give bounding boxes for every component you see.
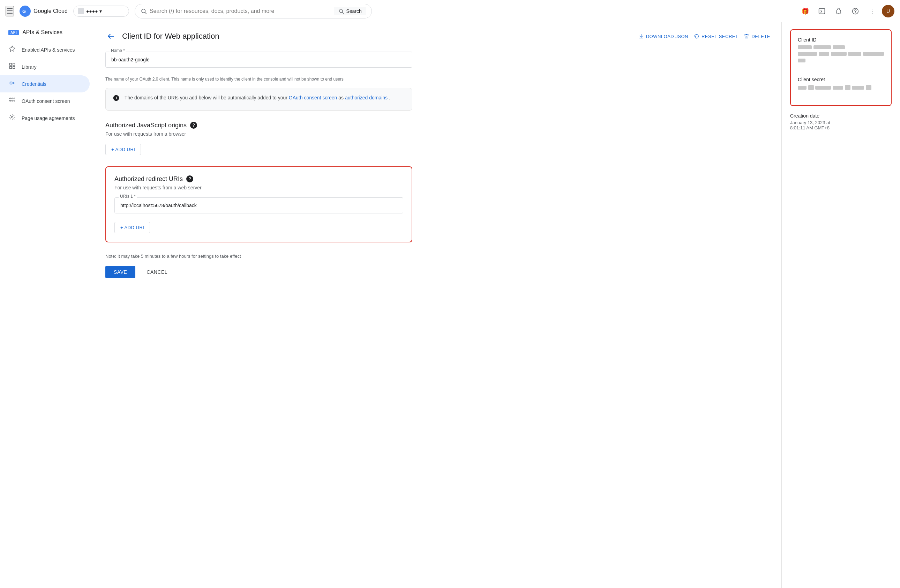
reset-secret-button[interactable]: RESET SECRET (694, 34, 738, 39)
header-actions: DOWNLOAD JSON RESET SECRET DELETE (638, 34, 770, 39)
name-field-wrap: Name * (106, 52, 412, 68)
library-icon (8, 62, 16, 71)
back-arrow-icon (107, 32, 115, 40)
project-name: ●●●● ▾ (86, 8, 102, 14)
name-input[interactable] (106, 52, 412, 68)
svg-rect-12 (13, 67, 15, 69)
note-text: Note: It may take 5 minutes to a few hou… (106, 254, 412, 259)
svg-point-18 (11, 100, 12, 101)
svg-point-17 (10, 100, 11, 101)
form-buttons: SAVE CANCEL (106, 266, 412, 278)
redirect-uris-subtitle: For use with requests from a web server (115, 185, 403, 191)
project-selector[interactable]: ●●●● ▾ (73, 6, 129, 17)
more-icon-button[interactable]: ⋮ (865, 4, 879, 18)
redirect-add-uri-button[interactable]: + ADD URI (115, 222, 150, 233)
search-button-label: Search (346, 8, 362, 14)
js-origins-section: Authorized JavaScript origins ? For use … (106, 122, 412, 155)
authorized-domains-link[interactable]: authorized domains (345, 95, 388, 101)
search-bar-icon (141, 8, 147, 14)
help-icon (852, 8, 859, 15)
sidebar-item-library[interactable]: Library (0, 58, 90, 75)
menu-icon[interactable]: ☰ (6, 6, 14, 16)
help-icon-button[interactable] (848, 4, 862, 18)
js-origins-title: Authorized JavaScript origins ? (106, 122, 412, 129)
js-origins-add-uri-label: + ADD URI (111, 147, 135, 152)
google-cloud-logo-icon: G (20, 6, 31, 17)
sidebar-title: APIs & Services (22, 29, 62, 36)
download-json-button[interactable]: DOWNLOAD JSON (638, 34, 688, 39)
reset-icon (694, 34, 700, 39)
redirect-add-uri-label: + ADD URI (120, 225, 144, 230)
search-icon (338, 8, 344, 14)
js-origins-subtitle: For use with requests from a browser (106, 131, 412, 137)
svg-rect-9 (10, 64, 12, 65)
search-input[interactable] (150, 8, 331, 14)
search-button[interactable]: Search (334, 7, 366, 16)
creation-date-section: Creation date January 13, 2023 at 8:01:1… (790, 113, 892, 130)
creation-date-label: Creation date (790, 113, 892, 119)
client-secret-label: Client secret (798, 77, 884, 82)
avatar[interactable]: U (882, 5, 894, 17)
gift-icon-button[interactable]: 🎁 (798, 4, 812, 18)
reset-secret-label: RESET SECRET (701, 34, 738, 39)
project-dot-icon (78, 8, 84, 14)
save-button[interactable]: SAVE (106, 266, 135, 278)
sidebar: API APIs & Services Enabled APIs & servi… (0, 22, 94, 588)
top-navigation: ☰ G Google Cloud ●●●● ▾ Search 🎁 (0, 0, 900, 22)
sidebar-item-page-usage[interactable]: Page usage agreements (0, 110, 90, 127)
sidebar-label-oauth-consent: OAuth consent screen (22, 98, 70, 104)
js-origins-help-icon[interactable]: ? (190, 122, 197, 129)
cancel-button[interactable]: CANCEL (141, 266, 173, 278)
svg-point-20 (11, 116, 13, 118)
svg-text:G: G (22, 9, 26, 14)
sidebar-header: API APIs & Services (0, 25, 94, 41)
back-button[interactable] (106, 31, 116, 42)
enabled-apis-icon (8, 45, 16, 54)
delete-icon (744, 34, 749, 39)
redirect-uri1-label: URIs 1 * (119, 194, 137, 199)
svg-point-14 (10, 98, 11, 99)
sidebar-label-credentials: Credentials (22, 81, 47, 87)
svg-point-16 (14, 98, 15, 99)
delete-button[interactable]: DELETE (744, 34, 770, 39)
js-origins-add-uri-button[interactable]: + ADD URI (106, 144, 141, 155)
info-filled-icon: i (113, 95, 119, 101)
credentials-info-card: Client ID (790, 29, 892, 106)
sidebar-label-page-usage: Page usage agreements (22, 115, 75, 121)
redirect-uris-help-icon[interactable]: ? (186, 175, 193, 182)
svg-rect-10 (13, 64, 15, 65)
page-title: Client ID for Web application (122, 32, 633, 41)
main-content: Client ID for Web application DOWNLOAD J… (94, 22, 781, 588)
client-id-row: Client ID (798, 37, 884, 64)
sidebar-label-library: Library (22, 64, 37, 70)
svg-point-8 (855, 12, 856, 13)
notifications-icon-button[interactable] (832, 4, 846, 18)
download-icon (638, 34, 644, 39)
sidebar-item-enabled-apis[interactable]: Enabled APIs & services (0, 41, 90, 58)
creation-date-value: January 13, 2023 at 8:01:11 AM GMT+8 (790, 120, 892, 130)
redirect-uri1-wrap: URIs 1 * (115, 197, 403, 213)
name-hint: The name of your OAuth 2.0 client. This … (106, 76, 412, 82)
svg-point-13 (10, 82, 12, 84)
credentials-icon (8, 79, 16, 88)
redirect-uris-title: Authorized redirect URIs ? (115, 175, 403, 183)
svg-text:i: i (116, 96, 117, 100)
sidebar-item-credentials[interactable]: Credentials (0, 75, 90, 92)
client-secret-row: Client secret (798, 77, 884, 92)
oauth-consent-link[interactable]: OAuth consent screen (289, 95, 337, 101)
svg-point-19 (14, 100, 15, 101)
info-box: i The domains of the URIs you add below … (106, 88, 412, 110)
redirect-uri1-input[interactable] (115, 197, 403, 213)
terminal-icon-button[interactable] (815, 4, 829, 18)
client-id-label: Client ID (798, 37, 884, 43)
form-section: Name * The name of your OAuth 2.0 client… (106, 52, 412, 278)
right-panel: Client ID (781, 22, 900, 588)
name-label: Name * (110, 48, 126, 53)
search-bar: Search (135, 4, 372, 19)
download-json-label: DOWNLOAD JSON (646, 34, 688, 39)
sidebar-item-oauth-consent[interactable]: OAuth consent screen (0, 92, 90, 110)
nav-icons: 🎁 ⋮ U (798, 4, 894, 18)
terminal-icon (818, 8, 826, 15)
client-id-value (798, 45, 884, 64)
svg-line-3 (145, 12, 146, 14)
